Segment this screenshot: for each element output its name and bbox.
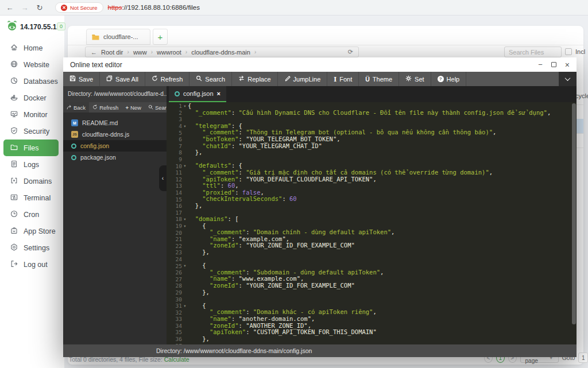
modal-titlebar[interactable]: Online text editor − × [63, 57, 577, 72]
breadcrumb-segment[interactable]: Root dir [101, 49, 123, 56]
close-icon[interactable]: × [565, 60, 570, 69]
line-number[interactable]: 1 [167, 103, 182, 109]
editor-scrollbar[interactable] [572, 103, 576, 324]
browser-refresh-icon[interactable]: ↻ [32, 3, 47, 12]
line-number[interactable]: 24 [167, 256, 182, 262]
sidebar-item-app-store[interactable]: App Store [0, 223, 59, 239]
goto-input[interactable]: 1 [578, 352, 587, 363]
editor-tab-config-json[interactable]: config.json × [169, 86, 226, 102]
line-number[interactable]: 25 [167, 263, 182, 269]
toolbar-collapse-chevron-icon[interactable] [559, 72, 577, 86]
sidebar-item-domains[interactable]: Domains [0, 173, 59, 189]
breadcrumb-refresh-icon[interactable]: ⟳ [348, 48, 353, 56]
sidebar-item-databases[interactable]: Databases [0, 73, 59, 90]
sidebar-item-security[interactable]: Security [0, 123, 59, 140]
sidebar-item-log-out[interactable]: Log out [0, 256, 59, 273]
line-number[interactable]: 34 [167, 323, 182, 329]
tab-close-icon[interactable]: × [217, 90, 220, 97]
line-number[interactable]: 2 [167, 110, 182, 116]
line-number[interactable]: 35 [167, 329, 182, 335]
file-item-config.json[interactable]: config.json [63, 140, 167, 152]
line-number[interactable]: 29 [167, 289, 182, 296]
line-number[interactable]: 11 [167, 169, 182, 176]
replace-button[interactable]: Replace [232, 72, 277, 86]
jumpline-button[interactable]: JumpLine [278, 72, 328, 86]
line-number[interactable]: 15 [167, 196, 182, 203]
breadcrumb-segment[interactable]: wwwroot [157, 49, 181, 56]
tree-new-button[interactable]: +New [122, 102, 145, 113]
file-item-package.json[interactable]: package.json [63, 152, 167, 163]
line-number[interactable]: 27 [167, 276, 182, 282]
not-secure-chip[interactable]: ✕ Not Secure [55, 2, 103, 13]
file-item-README.md[interactable]: MREADME.md [63, 117, 167, 129]
include-checkbox[interactable] [565, 48, 572, 55]
set-button[interactable]: Set [399, 72, 431, 86]
file-manager-tab[interactable]: cloudflare-... [86, 29, 150, 45]
search-input[interactable] [504, 47, 562, 57]
breadcrumb-back-icon[interactable]: ← [91, 49, 97, 56]
sidebar-item-docker[interactable]: Docker [0, 90, 59, 106]
fold-marker-icon[interactable]: ▾ [182, 262, 188, 269]
notification-badge[interactable]: 0 [57, 22, 65, 30]
code-editor[interactable]: 1▾{2 "_comment": "Cấu hình Dynamic DNS c… [167, 102, 577, 344]
sidebar-item-website[interactable]: Website [0, 56, 59, 73]
sidebar-item-home[interactable]: Home [0, 40, 59, 56]
browser-forward-icon[interactable]: → [17, 3, 32, 12]
line-number[interactable]: 14 [167, 189, 182, 196]
tree-search-button[interactable]: Search [145, 102, 167, 113]
fold-marker-icon[interactable]: ▾ [182, 223, 188, 230]
sidebar-item-settings[interactable]: Settings [0, 239, 59, 256]
fold-marker-icon[interactable]: ▾ [182, 303, 188, 309]
sidebar-item-terminal[interactable]: Terminal [0, 189, 59, 206]
fold-marker-icon[interactable]: ▾ [182, 123, 188, 130]
line-number[interactable]: 4 [167, 123, 182, 129]
line-number[interactable]: 6 [167, 136, 182, 142]
address-bar[interactable]: https://192.168.88.10:6886/files [108, 4, 200, 11]
line-number[interactable]: 23 [167, 249, 182, 255]
line-number[interactable]: 28 [167, 282, 182, 289]
line-number[interactable]: 26 [167, 269, 182, 276]
line-number[interactable]: 18 [167, 216, 182, 222]
line-number[interactable]: 36 [167, 336, 182, 342]
tree-back-button[interactable]: Back [63, 102, 89, 113]
line-number[interactable]: 21 [167, 236, 182, 242]
line-number[interactable]: 12 [167, 176, 182, 183]
minimize-icon[interactable]: − [538, 60, 543, 69]
line-number[interactable]: 33 [167, 316, 182, 322]
line-number[interactable]: 22 [167, 243, 182, 249]
sidebar-item-monitor[interactable]: Monitor [0, 106, 59, 123]
save-button[interactable]: Save [63, 72, 100, 86]
tree-collapse-handle[interactable]: ‹ [159, 165, 167, 191]
line-number[interactable]: 30 [167, 296, 182, 303]
line-number[interactable]: 32 [167, 309, 182, 316]
search-button[interactable]: Search [189, 72, 232, 86]
fold-marker-icon[interactable]: ▾ [182, 216, 188, 223]
font-button[interactable]: IFont [327, 72, 359, 86]
fold-marker-icon[interactable]: ▾ [182, 103, 188, 110]
line-number[interactable]: 13 [167, 183, 182, 189]
sidebar-item-files[interactable]: Files [3, 140, 59, 156]
breadcrumb-segment[interactable]: www [133, 49, 147, 56]
breadcrumb-segment[interactable]: cloudflare-ddns-main [191, 49, 250, 56]
fold-marker-icon[interactable]: ▾ [182, 162, 188, 169]
line-number[interactable]: 17 [167, 210, 182, 216]
line-number[interactable]: 20 [167, 230, 182, 236]
line-number[interactable]: 5 [167, 130, 182, 136]
refresh-button[interactable]: Refresh [145, 72, 190, 86]
theme-button[interactable]: ÜTheme [359, 72, 399, 86]
line-number[interactable]: 3 [167, 116, 182, 122]
maximize-icon[interactable] [551, 62, 556, 67]
sidebar-item-logs[interactable]: Logs [0, 156, 59, 173]
line-number[interactable]: 16 [167, 203, 182, 209]
tree-refresh-button[interactable]: Refresh [89, 102, 122, 113]
file-item-cloudflare-ddns.js[interactable]: JScloudflare-ddns.js [63, 129, 167, 140]
line-number[interactable]: 31 [167, 303, 182, 309]
line-number[interactable]: 7 [167, 143, 182, 149]
browser-back-icon[interactable]: ← [2, 3, 17, 12]
help-button[interactable]: ?Help [431, 72, 467, 86]
line-number[interactable]: 10 [167, 163, 182, 169]
add-tab-button[interactable]: + [153, 29, 168, 45]
line-number[interactable]: 9 [167, 156, 182, 162]
recycle-bin-button[interactable]: cycle [575, 92, 588, 99]
line-number[interactable]: 19 [167, 223, 182, 229]
